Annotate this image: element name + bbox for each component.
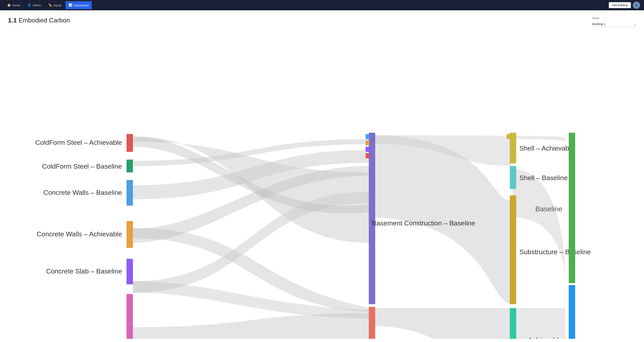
nav-label-inputs: Inputs <box>54 3 62 7</box>
nav-item-dashboard[interactable]: 📊 Dashboard <box>66 1 92 9</box>
nav-label-home: Home <box>12 3 20 7</box>
home-icon: 🏠 <box>7 3 11 7</box>
node-baseline <box>569 133 575 283</box>
node-basement-achievable <box>369 307 375 339</box>
navbar: 🏠 Home 👤 Admin ✏️ Inputs 📊 Dashboard Add… <box>0 0 644 10</box>
nav-item-admin[interactable]: 👤 Admin <box>24 1 44 9</box>
svg-rect-4 <box>506 134 510 139</box>
node-concrete-walls-achievable <box>126 221 133 248</box>
admin-icon: 👤 <box>28 3 31 7</box>
title-prefix: 1.1 <box>8 17 17 24</box>
node-concrete-walls-baseline <box>126 180 133 206</box>
label-concrete-slab-baseline: Concrete Slab – Baseline <box>46 267 122 275</box>
name-label: Name <box>592 17 636 20</box>
node-basement-baseline <box>369 133 375 304</box>
node-substructure-baseline <box>510 195 516 304</box>
nav-label-dashboard: Dashboard <box>74 3 88 7</box>
svg-rect-1 <box>366 140 369 146</box>
label-baseline: Baseline <box>535 205 562 213</box>
label-shell-achievable: Shell – Achievable <box>520 144 574 152</box>
node-shell-achievable <box>510 133 516 164</box>
nav-item-home[interactable]: 🏠 Home <box>4 1 24 9</box>
svg-rect-0 <box>366 134 369 139</box>
node-concrete-slab-baseline <box>126 259 133 284</box>
name-filter: Name Building 1 ⌄ <box>592 17 636 27</box>
label-substructure-baseline: Substructure – Baseline <box>520 248 591 256</box>
title-main-text: Embodied Carbon <box>18 17 70 24</box>
sankey-diagram: ColdForm Steel – Achievable ColdForm Ste… <box>8 31 636 339</box>
inputs-icon: ✏️ <box>48 3 52 7</box>
name-value: Building 1 <box>592 22 606 26</box>
label-coldform-baseline: ColdForm Steel – Baseline <box>42 163 122 170</box>
page-title: 1.1 Embodied Carbon <box>8 17 70 24</box>
nav-label-admin: Admin <box>32 3 41 7</box>
node-coldform-achievable <box>126 134 133 152</box>
node-shell-baseline <box>510 166 516 189</box>
main-content: 1.1 Embodied Carbon Name Building 1 ⌄ <box>0 10 644 342</box>
node-coldform-baseline <box>126 160 133 172</box>
node-achievable <box>569 285 575 339</box>
page-header: 1.1 Embodied Carbon Name Building 1 ⌄ <box>8 17 636 27</box>
chevron-down-icon: ⌄ <box>634 22 636 26</box>
dashboard-icon: 📊 <box>68 3 72 7</box>
label-coldform-achievable: ColdForm Steel – Achievable <box>35 139 122 146</box>
node-concrete-slab-achievable <box>126 294 133 339</box>
nav-item-inputs[interactable]: ✏️ Inputs <box>45 1 65 9</box>
avatar[interactable]: 👤 <box>633 1 640 9</box>
name-dropdown[interactable]: Building 1 ⌄ <box>592 21 636 27</box>
label-shell-baseline: Shell – Baseline <box>520 174 568 181</box>
nav-right: Add Building 👤 <box>609 1 640 9</box>
label-achievable: Achievable <box>528 336 562 339</box>
svg-rect-2 <box>366 147 369 152</box>
svg-rect-3 <box>366 153 369 158</box>
label-concrete-walls-achievable: Concrete Walls – Achievable <box>36 230 122 238</box>
add-building-button[interactable]: Add Building <box>609 2 631 8</box>
label-concrete-walls-baseline: Concrete Walls – Baseline <box>43 189 122 196</box>
sankey-svg: ColdForm Steel – Achievable ColdForm Ste… <box>8 31 636 339</box>
node-substructure-achievable <box>510 308 516 339</box>
label-basement-baseline: Basement Construction – Baseline <box>372 219 475 227</box>
